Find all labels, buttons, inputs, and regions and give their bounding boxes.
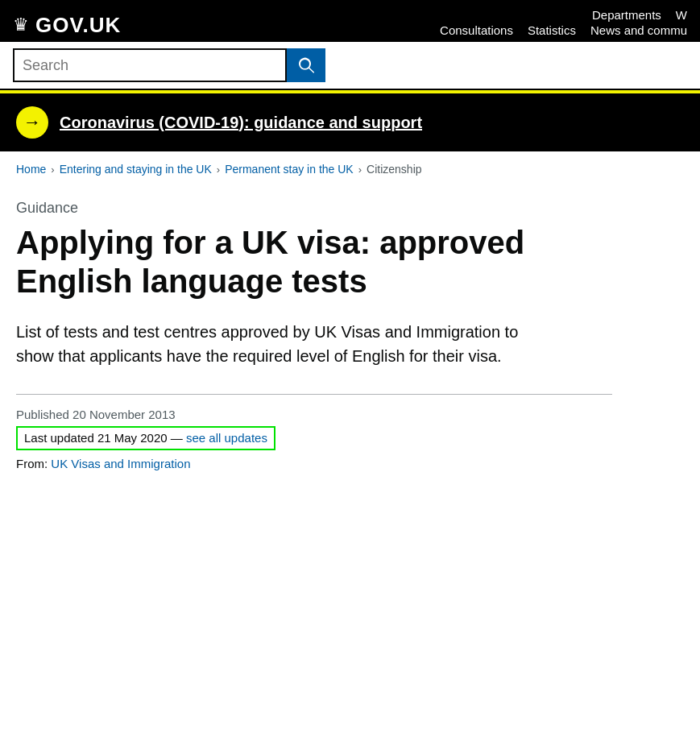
breadcrumb-sep-1: › xyxy=(51,164,54,176)
arrow-right-icon: → xyxy=(23,112,41,133)
updated-date-text: Last updated 21 May 2020 xyxy=(24,431,168,445)
last-updated-text: Last updated 21 May 2020 — see all updat… xyxy=(24,431,267,445)
breadcrumb-current: Citizenship xyxy=(367,163,421,176)
see-all-updates-link[interactable]: see all updates xyxy=(186,431,267,445)
page-type-label: Guidance xyxy=(16,200,612,217)
covid-link[interactable]: Coronavirus (COVID-19): guidance and sup… xyxy=(60,114,422,132)
main-nav: Departments W Consultations Statistics N… xyxy=(440,8,687,42)
nav-departments[interactable]: Departments xyxy=(592,8,661,22)
search-input[interactable] xyxy=(13,48,287,82)
published-date: Published 20 November 2013 xyxy=(16,408,612,421)
gov-logo-text: GOV.UK xyxy=(35,13,121,38)
nav-statistics[interactable]: Statistics xyxy=(528,23,576,37)
nav-consultations[interactable]: Consultations xyxy=(440,23,513,37)
page-description: List of tests and test centres approved … xyxy=(16,320,532,368)
nav-news[interactable]: News and commu xyxy=(590,23,687,37)
breadcrumb-sep-2: › xyxy=(217,164,220,176)
breadcrumb-home[interactable]: Home xyxy=(16,163,46,176)
site-header: ♛ GOV.UK Departments W Consultations Sta… xyxy=(0,0,700,90)
last-updated-box: Last updated 21 May 2020 — see all updat… xyxy=(16,426,275,450)
dash-separator: — xyxy=(171,431,186,445)
breadcrumb: Home › Entering and staying in the UK › … xyxy=(0,151,700,184)
breadcrumb-sep-3: › xyxy=(358,164,362,176)
breadcrumb-permanent[interactable]: Permanent stay in the UK xyxy=(225,163,354,176)
crown-icon: ♛ xyxy=(13,14,29,35)
nav-top-row: Departments W xyxy=(592,8,687,22)
nav-w[interactable]: W xyxy=(676,8,687,22)
page-title: Applying for a UK visa: approved English… xyxy=(16,223,612,300)
search-section xyxy=(0,42,700,90)
gov-logo[interactable]: ♛ GOV.UK xyxy=(13,13,121,38)
nav-bottom-row: Consultations Statistics News and commu xyxy=(440,23,687,37)
from-row: From: UK Visas and Immigration xyxy=(16,457,612,470)
content-divider xyxy=(16,394,612,395)
covid-arrow-circle: → xyxy=(16,106,48,139)
main-content: Guidance Applying for a UK visa: approve… xyxy=(0,184,628,495)
from-label: From: xyxy=(16,457,48,470)
from-org-link[interactable]: UK Visas and Immigration xyxy=(51,457,190,470)
breadcrumb-entering[interactable]: Entering and staying in the UK xyxy=(60,163,212,176)
covid-banner: → Coronavirus (COVID-19): guidance and s… xyxy=(0,90,700,151)
search-button[interactable] xyxy=(287,48,325,82)
search-icon xyxy=(298,57,314,73)
